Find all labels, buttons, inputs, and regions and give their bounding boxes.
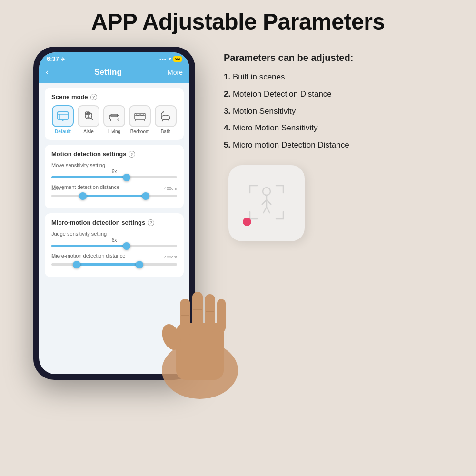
micro-distance-thumb1[interactable] — [73, 261, 80, 268]
scene-icon-bedroom — [129, 105, 151, 127]
scene-icon-aisle — [78, 105, 99, 127]
main-content: 6:37 ✈ ▪▪▪ ▾ 99 ‹ Setting More — [0, 42, 476, 380]
scene-item-bedroom[interactable]: Bedroom — [129, 105, 151, 134]
sensitivity-fill — [51, 176, 127, 178]
sensitivity-thumb[interactable] — [123, 174, 130, 181]
judge-sensitivity-value: 6x — [51, 238, 177, 243]
distance-thumb1[interactable] — [79, 192, 87, 200]
sensitivity-track[interactable] — [51, 176, 177, 178]
item-text-4: Micro Motion Sensitivity — [233, 123, 318, 132]
time-display: 6:37 — [47, 55, 59, 62]
svg-line-14 — [110, 119, 111, 121]
list-item: 3. Motion Sensitivity — [224, 106, 462, 117]
status-time: 6:37 ✈ — [47, 55, 65, 62]
motion-title-text: Motion detection settings — [51, 150, 126, 158]
list-item: 2. Moteion Detection Distance — [224, 89, 462, 100]
list-item: 5. Micro motion Detection Distance — [224, 139, 462, 151]
micro-distance-thumb2[interactable] — [136, 261, 143, 268]
svg-line-23 — [162, 120, 163, 121]
params-list: 1. Built in scenes 2. Moteion Detection … — [224, 71, 462, 151]
svg-rect-29 — [180, 299, 190, 337]
scene-item-bath[interactable]: Bath — [154, 105, 177, 134]
scene-title-text: Scene mode — [51, 93, 88, 100]
status-bar: 6:37 ✈ ▪▪▪ ▾ 99 — [39, 52, 189, 64]
svg-line-41 — [263, 207, 267, 213]
scene-mode-title: Scene mode ? — [51, 93, 177, 100]
right-panel: Parameters can be adjusted: 1. Built in … — [224, 42, 462, 241]
scene-item-aisle[interactable]: Aisle — [77, 105, 100, 134]
svg-line-24 — [169, 120, 169, 121]
motion-section-title: Motion detection settings ? — [51, 150, 177, 158]
item-num-1: 1. — [224, 72, 230, 81]
scene-icon-living — [103, 105, 125, 127]
scene-help-icon[interactable]: ? — [90, 94, 97, 100]
device-illustration — [228, 165, 305, 241]
svg-line-11 — [91, 118, 93, 120]
scene-item-default[interactable]: Default — [51, 105, 74, 134]
item-num-2: 2. — [224, 89, 230, 99]
micro-motion-title-text: Micro-motion detection settings — [51, 219, 145, 226]
location-icon: ✈ — [61, 57, 65, 62]
micro-distance-max: 400cm — [164, 255, 177, 259]
svg-rect-18 — [136, 114, 139, 116]
svg-rect-31 — [205, 294, 215, 332]
scene-mode-card: Scene mode ? — [45, 88, 184, 140]
signal-icon: ▪▪▪ — [159, 56, 167, 62]
scene-modes: Default — [51, 105, 177, 134]
scene-label-default: Default — [55, 129, 71, 134]
svg-point-37 — [263, 188, 270, 195]
list-item: 1. Built in scenes — [224, 71, 462, 83]
judge-sensitivity-track[interactable] — [51, 245, 177, 247]
item-text-2: Moteion Detection Distance — [233, 89, 332, 99]
scene-item-living[interactable]: Living — [103, 105, 126, 134]
judge-sensitivity-section: Judge sensitivity setting 6x — [51, 231, 177, 247]
scene-label-bedroom: Bedroom — [130, 129, 150, 134]
svg-line-39 — [262, 200, 267, 205]
sensitivity-slider-section: Move sensitivity setting 6x — [51, 162, 177, 178]
scene-icon-bath — [155, 105, 177, 127]
scene-label-bath: Bath — [161, 129, 171, 134]
wifi-icon: ▾ — [169, 56, 171, 62]
judge-sensitivity-fill — [51, 245, 127, 247]
motion-detection-card: Motion detection settings ? Move sensiti… — [45, 145, 184, 208]
hand-image — [148, 266, 252, 408]
micro-motion-title: Micro-motion detection settings ? — [51, 219, 177, 226]
app-header: ‹ Setting More — [39, 64, 189, 83]
device-motion-icon — [245, 181, 288, 226]
status-icons: ▪▪▪ ▾ 99 — [159, 56, 182, 62]
distance-max-label: 400cm — [164, 186, 177, 191]
scene-icon-default — [52, 105, 74, 127]
more-button[interactable]: More — [168, 69, 183, 76]
micro-help-icon[interactable]: ? — [148, 219, 154, 226]
svg-rect-32 — [217, 299, 226, 332]
distance-track[interactable] — [51, 195, 177, 197]
svg-point-26 — [163, 112, 164, 113]
scene-label-living: Living — [108, 129, 120, 134]
distance-thumb2[interactable] — [142, 192, 149, 200]
app-header-title: Setting — [94, 68, 122, 77]
micro-distance-min: 100cm — [51, 255, 64, 259]
svg-rect-30 — [192, 292, 203, 332]
item-num-5: 5. — [224, 140, 230, 149]
svg-point-3 — [62, 120, 64, 121]
svg-rect-0 — [58, 112, 68, 119]
micro-distance-fill — [77, 263, 139, 266]
distance-slider-section: Movement detection distance 150cm 400cm — [51, 184, 177, 197]
battery-icon: 99 — [173, 56, 182, 62]
distance-min-label: 150cm — [51, 186, 64, 191]
item-num-4: 4. — [224, 123, 230, 132]
judge-sensitivity-label: Judge sensitivity setting — [51, 231, 177, 237]
app-content: Scene mode ? — [39, 83, 189, 287]
back-button[interactable]: ‹ — [46, 67, 49, 77]
svg-rect-19 — [140, 114, 144, 116]
micro-distance-section: Micro-motion detection distance 100cm 40… — [51, 253, 177, 266]
item-text-3: Motion Sensitivity — [233, 107, 296, 116]
list-item: 4. Micro Motion Sensitivity — [224, 122, 462, 134]
motion-help-icon[interactable]: ? — [129, 151, 135, 158]
item-text-5: Micro motion Detection Distance — [233, 140, 349, 149]
distance-fill — [83, 195, 146, 197]
params-title: Parameters can be adjusted: — [224, 51, 462, 64]
judge-sensitivity-thumb[interactable] — [123, 242, 130, 250]
sensitivity-value: 6x — [51, 169, 177, 174]
svg-line-15 — [118, 119, 118, 121]
